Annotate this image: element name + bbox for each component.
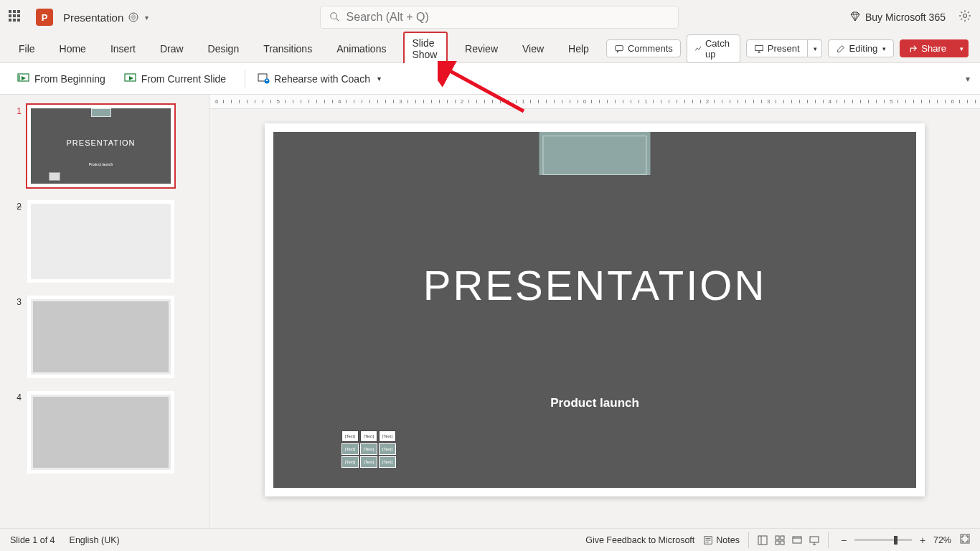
svg-rect-25 xyxy=(758,536,767,545)
tab-slideshow[interactable]: Slide Show xyxy=(403,32,448,66)
tab-draw[interactable]: Draw xyxy=(153,39,191,59)
svg-rect-27 xyxy=(776,536,779,540)
workarea: 1 PRESENTATION Product launch 2 3 4 ◂ 65… xyxy=(0,95,980,528)
slide[interactable]: PRESENTATION Product launch [Text] [Text… xyxy=(265,123,925,496)
svg-rect-31 xyxy=(793,537,801,543)
diamond-icon xyxy=(849,11,861,24)
svg-rect-28 xyxy=(781,536,784,540)
slide-decoration-tab xyxy=(540,132,651,175)
svg-rect-33 xyxy=(810,537,819,542)
vertical-ruler xyxy=(191,95,209,528)
rehearse-button[interactable]: Rehearse with Coach ▾ xyxy=(251,69,387,89)
zoom-control: − + 72% xyxy=(837,534,951,547)
zoom-level[interactable]: 72% xyxy=(933,535,951,545)
zoom-slider[interactable] xyxy=(854,539,912,541)
ribbon-tabs: File Home Insert Draw Design Transitions… xyxy=(0,34,980,63)
app-launcher-icon[interactable] xyxy=(9,10,23,24)
tab-view[interactable]: View xyxy=(515,39,551,59)
thumb-number: 2 xyxy=(10,200,22,212)
notes-button[interactable]: Notes xyxy=(703,535,740,545)
from-current-icon xyxy=(124,72,137,85)
search-input[interactable]: Search (Alt + Q) xyxy=(320,6,679,29)
search-placeholder: Search (Alt + Q) xyxy=(347,11,429,24)
thumbnail-slide-2[interactable] xyxy=(27,200,174,283)
svg-rect-29 xyxy=(776,541,779,545)
svg-marker-15 xyxy=(129,76,133,80)
title-dropdown-icon[interactable]: ▾ xyxy=(145,14,149,22)
sorter-view-button[interactable] xyxy=(772,532,788,548)
tab-home[interactable]: Home xyxy=(52,39,93,59)
thumb-number: 3 xyxy=(10,296,22,307)
slide-canvas[interactable]: PRESENTATION Product launch [Text] [Text… xyxy=(209,109,980,528)
zoom-in-button[interactable]: + xyxy=(916,534,929,547)
tab-design[interactable]: Design xyxy=(201,39,247,59)
svg-rect-18 xyxy=(266,80,268,81)
svg-rect-8 xyxy=(755,45,763,50)
reading-view-button[interactable] xyxy=(789,532,805,548)
feedback-link[interactable]: Give Feedback to Microsoft xyxy=(585,535,694,545)
status-bar: Slide 1 of 4 English (UK) Give Feedback … xyxy=(0,528,980,551)
thumbnail-slide-1[interactable]: PRESENTATION Product launch xyxy=(27,105,174,187)
fit-to-window-button[interactable] xyxy=(960,534,970,546)
normal-view-button[interactable] xyxy=(755,532,771,548)
from-current-button[interactable]: From Current Slide xyxy=(118,69,232,89)
chevron-down-icon: ▾ xyxy=(377,75,381,83)
pencil-icon xyxy=(836,44,846,54)
horizontal-ruler: 6543210123456 xyxy=(209,95,980,109)
slide-title[interactable]: PRESENTATION xyxy=(273,261,916,309)
powerpoint-icon: P xyxy=(36,9,53,26)
thumb-number: 1 xyxy=(10,105,22,116)
ribbon-content: From Beginning From Current Slide Rehear… xyxy=(0,63,980,95)
title-bar: P Presentation ▾ Search (Alt + Q) Buy Mi… xyxy=(0,0,980,34)
notes-icon xyxy=(703,535,713,545)
separator xyxy=(245,70,245,88)
rehearse-icon xyxy=(257,72,270,85)
tab-review[interactable]: Review xyxy=(458,39,505,59)
ribbon-collapse-icon[interactable]: ▾ xyxy=(966,74,970,84)
comments-button[interactable]: Comments xyxy=(606,39,681,57)
slide-indicator[interactable]: Slide 1 of 4 xyxy=(10,535,55,545)
editor-area: 6543210123456 PRESENTATION Product launc… xyxy=(209,95,980,528)
thumbnail-slide-3[interactable] xyxy=(27,296,174,378)
search-icon xyxy=(329,11,339,24)
svg-rect-7 xyxy=(616,45,623,50)
catchup-icon xyxy=(694,44,702,54)
svg-line-2 xyxy=(336,18,339,21)
sensitivity-icon[interactable] xyxy=(128,11,139,23)
thumbnail-slide-4[interactable] xyxy=(27,391,174,474)
document-title[interactable]: Presentation xyxy=(63,11,123,24)
svg-marker-12 xyxy=(22,76,26,80)
share-button[interactable]: Share xyxy=(900,39,954,57)
thumb-number: 4 xyxy=(10,391,22,402)
zoom-out-button[interactable]: − xyxy=(837,534,850,547)
comments-icon xyxy=(614,44,624,54)
svg-point-6 xyxy=(963,14,967,18)
slide-smartart[interactable]: [Text] [Text] [Text] [Text] [Text] [Text… xyxy=(341,430,396,468)
slideshow-view-button[interactable] xyxy=(806,532,822,548)
chevron-down-icon: ▾ xyxy=(814,45,817,52)
settings-icon[interactable] xyxy=(958,9,971,25)
thumbnail-panel: 1 PRESENTATION Product launch 2 3 4 xyxy=(0,95,191,528)
present-button[interactable]: Present xyxy=(746,39,808,57)
buy-microsoft-link[interactable]: Buy Microsoft 365 xyxy=(849,11,946,24)
tab-transitions[interactable]: Transitions xyxy=(256,39,319,59)
from-beginning-icon xyxy=(17,72,30,85)
present-icon xyxy=(754,44,764,54)
share-dropdown[interactable]: ▾ xyxy=(954,39,969,57)
chevron-down-icon: ▾ xyxy=(882,45,886,52)
tab-help[interactable]: Help xyxy=(561,39,596,59)
svg-point-1 xyxy=(330,12,336,19)
tab-animations[interactable]: Animations xyxy=(329,39,393,59)
present-dropdown[interactable]: ▾ xyxy=(808,39,822,57)
slide-subtitle[interactable]: Product launch xyxy=(273,396,916,410)
svg-rect-30 xyxy=(781,541,784,545)
tab-insert[interactable]: Insert xyxy=(103,39,143,59)
editing-button[interactable]: Editing ▾ xyxy=(828,39,895,57)
share-icon xyxy=(908,44,918,54)
from-beginning-button[interactable]: From Beginning xyxy=(11,69,111,89)
catchup-button[interactable]: Catch up xyxy=(687,34,740,63)
language-indicator[interactable]: English (UK) xyxy=(70,535,120,545)
chevron-down-icon: ▾ xyxy=(960,45,963,52)
tab-file[interactable]: File xyxy=(11,39,42,59)
